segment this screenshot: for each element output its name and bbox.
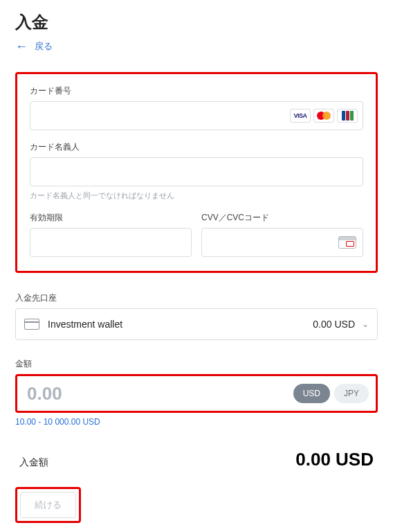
card-holder-helper: カード名義人と同一でなければなりません <box>30 190 363 201</box>
currency-jpy-button[interactable]: JPY <box>334 384 369 403</box>
mastercard-icon <box>313 109 334 123</box>
summary-row: 入金額 0.00 USD <box>15 449 378 470</box>
amount-panel: USD JPY <box>15 374 378 413</box>
currency-usd-button[interactable]: USD <box>293 384 330 403</box>
back-arrow-icon: ← <box>15 40 28 53</box>
card-holder-label: カード名義人 <box>30 141 363 153</box>
back-label: 戻る <box>35 40 53 53</box>
card-details-panel: カード番号 VISA カード名義人 カード名義人と同一でなければなりません 有効… <box>15 72 378 273</box>
page-title: 入金 <box>15 11 378 33</box>
amount-input[interactable] <box>27 383 293 405</box>
cvv-label: CVV／CVCコード <box>201 212 363 224</box>
card-number-label: カード番号 <box>30 85 363 97</box>
expiry-input[interactable] <box>30 228 192 257</box>
jcb-icon <box>337 109 358 123</box>
summary-value: 0.00 USD <box>295 449 374 470</box>
expiry-label: 有効期限 <box>30 212 192 224</box>
continue-highlight: 続ける <box>15 487 81 523</box>
account-section-label: 入金先口座 <box>15 292 378 304</box>
wallet-icon <box>24 319 39 330</box>
account-select[interactable]: Investment wallet 0.00 USD ⌄ <box>15 308 378 340</box>
chevron-down-icon: ⌄ <box>362 319 369 329</box>
card-brand-icons: VISA <box>290 109 358 123</box>
visa-icon: VISA <box>290 109 311 123</box>
cvv-card-icon <box>338 236 356 249</box>
account-balance: 0.00 USD <box>313 319 355 330</box>
amount-section-label: 金額 <box>15 358 378 370</box>
currency-toggle: USD JPY <box>293 384 369 403</box>
amount-range: 10.00 - 10 000.00 USD <box>15 417 378 427</box>
card-holder-input[interactable] <box>30 157 363 186</box>
account-name: Investment wallet <box>48 319 313 330</box>
continue-button[interactable]: 続ける <box>20 492 76 518</box>
back-link[interactable]: ← 戻る <box>15 40 53 53</box>
summary-label: 入金額 <box>19 456 48 469</box>
